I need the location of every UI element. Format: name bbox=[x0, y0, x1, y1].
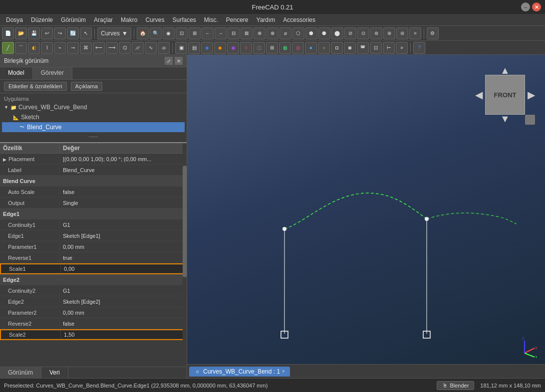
curves-btn-12[interactable]: ∿ bbox=[145, 42, 157, 54]
curves-btn-20[interactable]: ◌ bbox=[253, 42, 265, 54]
curves-btn-19[interactable]: ◊ bbox=[240, 42, 252, 54]
new-button[interactable]: 📄 bbox=[2, 27, 14, 39]
curves-btn-9[interactable]: ⟶ bbox=[106, 42, 118, 54]
nav-arrow-down[interactable]: ▼ bbox=[500, 113, 510, 125]
menu-accessories[interactable]: Accessories bbox=[279, 15, 319, 24]
tab-model[interactable]: Model bbox=[0, 67, 33, 79]
curves-btn-1[interactable]: ╱ bbox=[2, 42, 14, 54]
view-btn-7[interactable]: → bbox=[215, 27, 227, 39]
tree-item-blend-curve[interactable]: 〜 Blend_Curve bbox=[2, 122, 185, 132]
vp-tab-curves[interactable]: C Curves_WB_Curve_Bend : 1 × bbox=[189, 367, 290, 377]
view-btn-17[interactable]: ⊘ bbox=[344, 27, 356, 39]
scrollbar-thumb[interactable] bbox=[183, 166, 187, 277]
panel-close-button[interactable]: ✕ bbox=[175, 57, 183, 65]
view-btn-18[interactable]: ⊙ bbox=[357, 27, 369, 39]
settings-button[interactable]: ⚙ bbox=[427, 27, 439, 39]
menu-curves[interactable]: Curves bbox=[141, 15, 168, 24]
curves-btn-8[interactable]: ⟵ bbox=[93, 42, 105, 54]
cursor-button[interactable]: ↖ bbox=[80, 27, 92, 39]
view-btn-19[interactable]: ⊚ bbox=[370, 27, 382, 39]
view-btn-13[interactable]: ⬡ bbox=[292, 27, 304, 39]
curves-btn-18[interactable]: ◉ bbox=[227, 42, 239, 54]
menu-yardim[interactable]: Yardım bbox=[253, 15, 279, 24]
curves-btn-24[interactable]: ● bbox=[305, 42, 317, 54]
view-btn-4[interactable]: ⊡ bbox=[176, 27, 188, 39]
curves-help-btn[interactable]: ? bbox=[413, 42, 425, 54]
curves-btn-14[interactable]: ▣ bbox=[175, 42, 187, 54]
properties-scrollbar[interactable] bbox=[183, 143, 187, 367]
refresh-button[interactable]: 🔄 bbox=[67, 27, 79, 39]
curves-btn-5[interactable]: ⌁ bbox=[54, 42, 66, 54]
bottom-tab-goruntum[interactable]: Görünüm bbox=[0, 367, 41, 378]
curves-btn-23[interactable]: ◎ bbox=[292, 42, 304, 54]
menu-surfaces[interactable]: Surfaces bbox=[168, 15, 200, 24]
curves-btn-11[interactable]: ⌭ bbox=[132, 42, 144, 54]
view-btn-21[interactable]: ⊜ bbox=[396, 27, 408, 39]
menu-araclar[interactable]: Araçlar bbox=[90, 15, 117, 24]
nav-arrow-left[interactable]: ◀ bbox=[475, 89, 483, 101]
info-tab-aciklama[interactable]: Açıklama bbox=[71, 82, 102, 91]
menu-goruntum[interactable]: Görünüm bbox=[57, 15, 90, 24]
curves-btn-21[interactable]: ⊞ bbox=[266, 42, 278, 54]
curves-btn-26[interactable]: ◘ bbox=[331, 42, 343, 54]
view-more[interactable]: » bbox=[409, 27, 421, 39]
view-btn-10[interactable]: ⊕ bbox=[254, 27, 266, 39]
view-btn-15[interactable]: ⬣ bbox=[318, 27, 330, 39]
view-zoom-in-button[interactable]: 🔍 bbox=[150, 27, 162, 39]
curves-btn-4[interactable]: ⌇ bbox=[41, 42, 53, 54]
nav-arrow-right[interactable]: ▶ bbox=[528, 89, 535, 101]
menu-duzenle[interactable]: Düzenle bbox=[27, 15, 57, 24]
redo-button[interactable]: ↪ bbox=[54, 27, 66, 39]
curves-btn-30[interactable]: ⊢ bbox=[383, 42, 395, 54]
curves-btn-13[interactable]: ⌯ bbox=[158, 42, 170, 54]
prop-row-scale2[interactable]: Scale2 1,50 bbox=[0, 329, 187, 340]
tab-gorevler[interactable]: Görevler bbox=[33, 67, 72, 79]
menu-pencere[interactable]: Pencere bbox=[222, 15, 253, 24]
view-btn-16[interactable]: ⬤ bbox=[331, 27, 343, 39]
curves-btn-29[interactable]: ⊡ bbox=[370, 42, 382, 54]
curves-btn-10[interactable]: ⌬ bbox=[119, 42, 131, 54]
menu-dosya[interactable]: Dosya bbox=[2, 15, 27, 24]
curves-btn-22[interactable]: ◍ bbox=[279, 42, 291, 54]
view-btn-8[interactable]: ⊟ bbox=[228, 27, 240, 39]
panel-expand-button[interactable]: ⤢ bbox=[165, 57, 173, 65]
view-btn-12[interactable]: ⌀ bbox=[279, 27, 291, 39]
curves-btn-28[interactable]: ◚ bbox=[357, 42, 369, 54]
viewport[interactable]: ▲ ▼ ◀ ▶ FRONT X Y Z bbox=[187, 55, 545, 378]
menu-makro[interactable]: Makro bbox=[117, 15, 141, 24]
close-button[interactable]: ✕ bbox=[532, 2, 541, 11]
save-button[interactable]: 💾 bbox=[28, 27, 40, 39]
curves-more[interactable]: » bbox=[396, 42, 408, 54]
tree-item-sketch[interactable]: 📐 Sketch bbox=[2, 112, 185, 122]
nav-cube-corner[interactable] bbox=[525, 115, 535, 125]
minimize-button[interactable]: – bbox=[521, 2, 530, 11]
curves-btn-6[interactable]: ⊸ bbox=[67, 42, 79, 54]
info-tab-etiketler[interactable]: Etiketler & öznitelikleri bbox=[4, 82, 67, 91]
curves-btn-16[interactable]: ◈ bbox=[201, 42, 213, 54]
view-btn-14[interactable]: ⬢ bbox=[305, 27, 317, 39]
menu-misc[interactable]: Misc. bbox=[200, 15, 222, 24]
view-home-button[interactable]: 🏠 bbox=[137, 27, 149, 39]
curves-btn-2[interactable]: ⌒ bbox=[15, 42, 27, 54]
view-btn-9[interactable]: ⊠ bbox=[241, 27, 253, 39]
open-button[interactable]: 📂 bbox=[15, 27, 27, 39]
bottom-tab-veri[interactable]: Veri bbox=[41, 367, 68, 378]
prop-row-scale1[interactable]: Scale1 0,00 bbox=[0, 263, 187, 274]
curves-btn-15[interactable]: ▤ bbox=[188, 42, 200, 54]
view-btn-6[interactable]: ← bbox=[202, 27, 214, 39]
undo-button[interactable]: ↩ bbox=[41, 27, 53, 39]
view-btn-5[interactable]: ⊞ bbox=[189, 27, 201, 39]
curves-btn-27[interactable]: ◙ bbox=[344, 42, 356, 54]
nav-cube-face[interactable]: FRONT bbox=[485, 75, 525, 115]
workbench-dropdown[interactable]: Curves ▼ bbox=[97, 27, 131, 39]
blender-button[interactable]: 🖱 Blender bbox=[437, 381, 474, 390]
view-btn-20[interactable]: ⊛ bbox=[383, 27, 395, 39]
nav-cube-container[interactable]: ▲ ▼ ◀ ▶ FRONT bbox=[475, 65, 535, 125]
curves-btn-7[interactable]: ⌘ bbox=[80, 42, 92, 54]
curves-btn-3[interactable]: ◐ bbox=[28, 42, 40, 54]
curves-btn-17[interactable]: ◆ bbox=[214, 42, 226, 54]
view-3d-button[interactable]: ◉ bbox=[163, 27, 175, 39]
view-btn-11[interactable]: ⊗ bbox=[267, 27, 278, 39]
vp-tab-close-button[interactable]: × bbox=[282, 369, 285, 374]
tree-item-root[interactable]: ▼ 📁 Curves_WB_Curve_Bend bbox=[2, 102, 185, 112]
